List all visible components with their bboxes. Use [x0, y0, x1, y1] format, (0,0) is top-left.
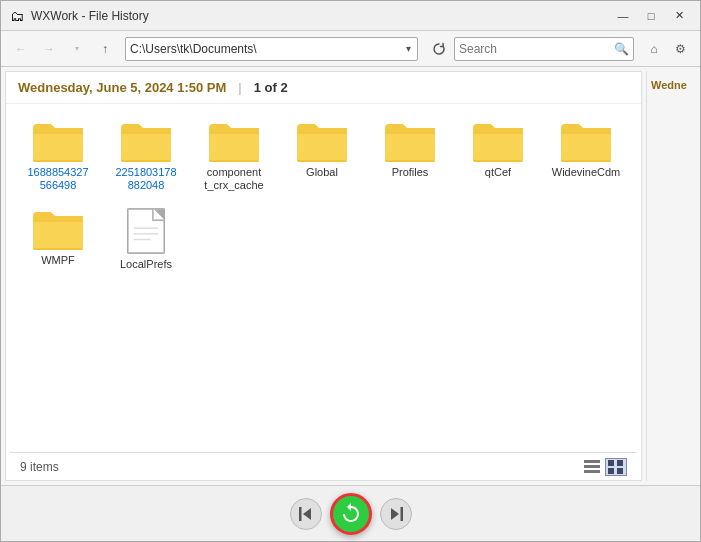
- app-icon: 🗂: [9, 8, 25, 24]
- maximize-button[interactable]: □: [638, 6, 664, 26]
- svg-rect-42: [617, 468, 623, 474]
- view-buttons: [581, 458, 627, 476]
- folder-icon: [473, 120, 523, 162]
- folder-icon: [121, 120, 171, 162]
- svg-rect-27: [561, 128, 611, 134]
- up-button[interactable]: ↑: [93, 37, 117, 61]
- svg-rect-31: [33, 216, 83, 222]
- svg-rect-43: [299, 507, 302, 521]
- title-controls: — □ ✕: [610, 6, 692, 26]
- file-label: WMPF: [41, 254, 75, 267]
- status-bar: 9 items: [10, 452, 637, 480]
- search-icon[interactable]: 🔍: [614, 42, 629, 56]
- title-bar: 🗂 WXWork - File History — □ ✕: [1, 1, 700, 31]
- file-label: Global: [306, 166, 338, 179]
- skip-forward-button[interactable]: [380, 498, 412, 530]
- nav-right-buttons: ⌂ ⚙: [642, 37, 692, 61]
- file-label: WidevineCdm: [552, 166, 620, 179]
- list-item[interactable]: LocalPrefs: [106, 204, 186, 275]
- file-label: qtCef: [485, 166, 511, 179]
- svg-rect-3: [33, 128, 83, 134]
- current-date: Wednesday, June 5, 2024 1:50 PM: [18, 80, 226, 95]
- file-label: 1688854327 566498: [27, 166, 88, 192]
- file-label: LocalPrefs: [120, 258, 172, 271]
- list-item[interactable]: WMPF: [18, 204, 98, 275]
- right-panel: Wedne: [646, 71, 696, 481]
- svg-rect-41: [608, 468, 614, 474]
- dropdown-button[interactable]: ▾: [65, 37, 89, 61]
- folder-icon: [385, 120, 435, 162]
- svg-rect-36: [584, 460, 600, 463]
- svg-rect-23: [473, 128, 523, 134]
- file-label: 2251803178 882048: [115, 166, 176, 192]
- list-item[interactable]: 2251803178 882048: [106, 116, 186, 196]
- bottom-bar: [1, 485, 700, 541]
- list-item[interactable]: 1688854327 566498: [18, 116, 98, 196]
- file-icon: [127, 208, 165, 254]
- folder-icon: [33, 208, 83, 250]
- main-window: 🗂 WXWork - File History — □ ✕ ← → ▾ ↑ ▾: [0, 0, 701, 542]
- folder-icon: [33, 120, 83, 162]
- svg-rect-15: [297, 128, 347, 134]
- svg-rect-19: [385, 128, 435, 134]
- list-item[interactable]: Profiles: [370, 116, 450, 196]
- file-grid: 1688854327 566498 2251803178 882048 comp…: [6, 104, 641, 452]
- file-label: component t_crx_cache: [204, 166, 263, 192]
- svg-rect-39: [608, 460, 614, 466]
- folder-icon: [561, 120, 611, 162]
- close-button[interactable]: ✕: [666, 6, 692, 26]
- svg-rect-44: [400, 507, 403, 521]
- nav-bar: ← → ▾ ↑ ▾ 🔍 ⌂: [1, 31, 700, 67]
- address-dropdown-icon[interactable]: ▾: [404, 43, 413, 54]
- skip-back-button[interactable]: [290, 498, 322, 530]
- home-button[interactable]: ⌂: [642, 37, 666, 61]
- search-input[interactable]: [459, 42, 614, 56]
- panel-header: Wednesday, June 5, 2024 1:50 PM | 1 of 2: [6, 72, 641, 104]
- svg-rect-32: [128, 210, 164, 254]
- folder-icon: [297, 120, 347, 162]
- window-title: WXWork - File History: [31, 9, 610, 23]
- grid-view-button[interactable]: [605, 458, 627, 476]
- address-bar[interactable]: ▾: [125, 37, 418, 61]
- svg-rect-40: [617, 460, 623, 466]
- svg-rect-11: [209, 128, 259, 134]
- file-panel: Wednesday, June 5, 2024 1:50 PM | 1 of 2…: [5, 71, 642, 481]
- list-item[interactable]: qtCef: [458, 116, 538, 196]
- svg-rect-7: [121, 128, 171, 134]
- page-indicator: 1 of 2: [254, 80, 288, 95]
- item-count: 9 items: [20, 460, 59, 474]
- settings-button[interactable]: ⚙: [668, 37, 692, 61]
- search-bar[interactable]: 🔍: [454, 37, 634, 61]
- svg-rect-37: [584, 465, 600, 468]
- restore-button[interactable]: [330, 493, 372, 535]
- separator: |: [238, 80, 241, 95]
- list-item[interactable]: component t_crx_cache: [194, 116, 274, 196]
- svg-rect-38: [584, 470, 600, 473]
- date-navigation: Wednesday, June 5, 2024 1:50 PM | 1 of 2: [18, 80, 629, 95]
- back-button[interactable]: ←: [9, 37, 33, 61]
- file-label: Profiles: [392, 166, 429, 179]
- main-content: Wednesday, June 5, 2024 1:50 PM | 1 of 2…: [1, 67, 700, 485]
- address-input[interactable]: [130, 42, 404, 56]
- list-view-button[interactable]: [581, 458, 603, 476]
- refresh-button[interactable]: [428, 38, 450, 60]
- right-panel-header: Wedne: [647, 71, 696, 99]
- minimize-button[interactable]: —: [610, 6, 636, 26]
- folder-icon: [209, 120, 259, 162]
- forward-button[interactable]: →: [37, 37, 61, 61]
- list-item[interactable]: WidevineCdm: [546, 116, 626, 196]
- list-item[interactable]: Global: [282, 116, 362, 196]
